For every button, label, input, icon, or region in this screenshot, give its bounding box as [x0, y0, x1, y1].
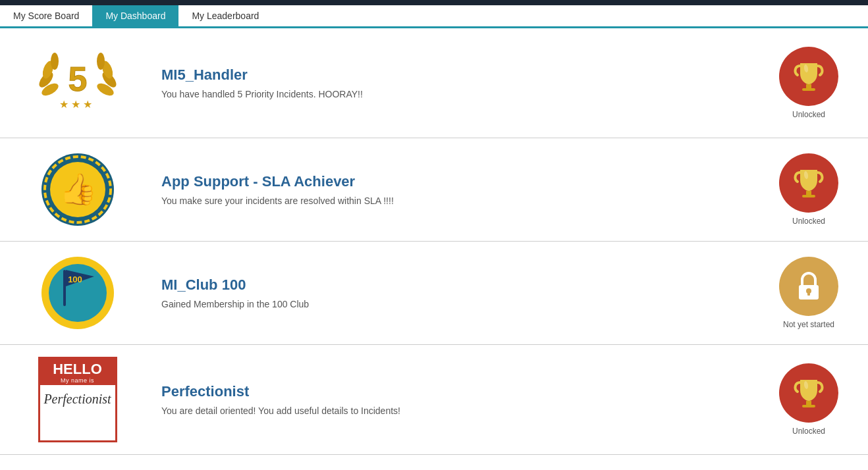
achievement-desc: Gained Membership in the 100 Club: [161, 299, 769, 309]
svg-text:★: ★: [71, 99, 80, 110]
status-label: Unlocked: [792, 217, 825, 226]
tab-score-board[interactable]: My Score Board: [0, 5, 92, 26]
svg-rect-29: [806, 401, 811, 405]
achievement-desc: You are detail oriented! You add useful …: [161, 405, 769, 416]
svg-rect-28: [807, 291, 810, 296]
badge-thumbs: 👍: [20, 150, 135, 229]
badge-100: 100: [20, 253, 135, 332]
trophy-svg: [792, 59, 826, 93]
hello-text: HELLO: [40, 361, 115, 377]
hello-badge-icon: HELLO My name is Perfectionist: [38, 357, 117, 442]
trophy-icon: [779, 153, 838, 213]
achievement-status: Unlocked: [769, 363, 848, 436]
tab-dashboard[interactable]: My Dashboard: [92, 5, 178, 26]
svg-text:★: ★: [83, 99, 92, 110]
achievement-list: 5 ★ ★ ★ MI5_Handler You have handled 5 P…: [0, 28, 868, 455]
achievement-status: Unlocked: [769, 47, 848, 119]
achievement-status: Unlocked: [769, 153, 848, 226]
status-label: Unlocked: [792, 427, 825, 436]
achievement-desc: You make sure your incidents are resolve…: [161, 196, 769, 206]
trophy-icon: [779, 47, 838, 106]
achievement-row: 5 ★ ★ ★ MI5_Handler You have handled 5 P…: [0, 28, 868, 138]
badge-star: 5 ★ ★ ★: [20, 40, 135, 126]
badge-hello: HELLO My name is Perfectionist: [20, 357, 135, 442]
tab-leaderboard[interactable]: My Leaderboard: [178, 5, 272, 26]
mi-club-100-badge-icon: 100: [38, 253, 117, 332]
lock-icon: [779, 257, 838, 316]
achievement-info: MI_Club 100 Gained Membership in the 100…: [135, 276, 769, 309]
svg-rect-19: [806, 191, 811, 195]
achievement-row: 100 MI_Club 100 Gained Membership in the…: [0, 242, 868, 345]
svg-text:👍: 👍: [59, 171, 97, 207]
achievement-info: Perfectionist You are detail oriented! Y…: [135, 383, 769, 416]
trophy-svg: [792, 166, 826, 200]
trophy-svg: [792, 376, 826, 410]
svg-point-7: [97, 53, 105, 70]
achievement-desc: You have handled 5 Priority Incidents. H…: [161, 89, 769, 99]
status-label: Unlocked: [792, 110, 825, 119]
achievement-title: MI5_Handler: [161, 66, 769, 84]
svg-text:5: 5: [68, 60, 87, 98]
status-label: Not yet started: [783, 320, 834, 329]
achievement-title: Perfectionist: [161, 383, 769, 400]
achievement-title: MI_Club 100: [161, 276, 769, 294]
nav-tabs: My Score Board My Dashboard My Leaderboa…: [0, 5, 868, 28]
svg-text:★: ★: [59, 99, 68, 110]
achievement-row: 👍 App Support - SLA Achiever You make su…: [0, 138, 868, 242]
svg-rect-13: [802, 88, 815, 91]
svg-text:100: 100: [68, 274, 82, 284]
achievement-status: Not yet started: [769, 257, 848, 329]
svg-rect-24: [63, 270, 66, 306]
svg-rect-20: [802, 195, 815, 197]
hello-badge-top: HELLO My name is: [40, 359, 115, 385]
sla-achiever-badge-icon: 👍: [38, 150, 117, 229]
lock-svg: [792, 269, 826, 303]
my-name-is-text: My name is: [40, 377, 115, 384]
achievement-info: App Support - SLA Achiever You make sure…: [135, 173, 769, 206]
achievement-row: HELLO My name is Perfectionist Perfectio…: [0, 345, 868, 455]
perfectionist-name-text: Perfectionist: [43, 392, 111, 407]
svg-rect-12: [806, 84, 811, 88]
top-bar: [0, 0, 868, 5]
achievement-title: App Support - SLA Achiever: [161, 173, 769, 190]
mi5-handler-badge-icon: 5 ★ ★ ★: [35, 40, 121, 126]
svg-point-3: [51, 53, 59, 70]
trophy-icon: [779, 363, 838, 423]
achievement-info: MI5_Handler You have handled 5 Priority …: [135, 66, 769, 99]
svg-rect-30: [802, 405, 815, 407]
